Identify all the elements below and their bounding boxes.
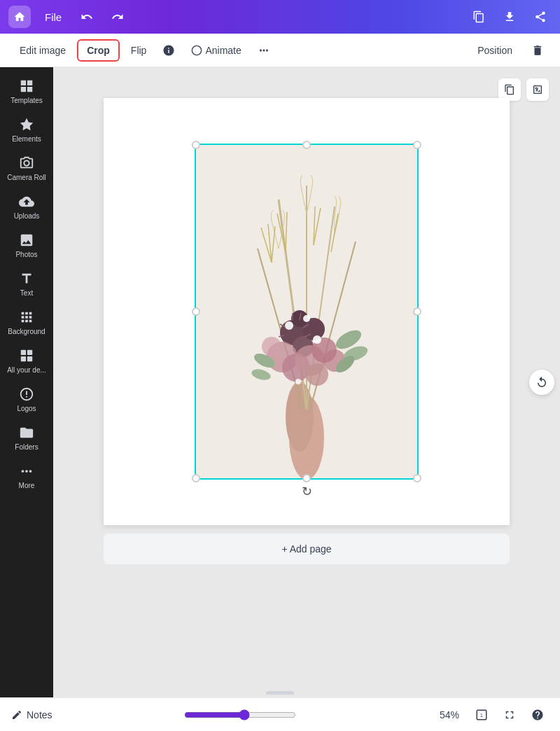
help-button[interactable] xyxy=(526,704,549,726)
sidebar-item-templates[interactable]: Templates xyxy=(3,73,50,110)
file-menu-button[interactable]: File xyxy=(39,8,67,26)
svg-rect-1 xyxy=(21,350,26,355)
notes-button[interactable]: Notes xyxy=(11,709,52,720)
svg-rect-3 xyxy=(21,356,26,361)
zoom-slider-area xyxy=(52,709,428,720)
more-options-button[interactable] xyxy=(253,39,275,62)
bottom-right-controls: 1 xyxy=(470,704,549,726)
sidebar-item-background[interactable]: Background xyxy=(3,304,50,341)
edit-image-button[interactable]: Edit image xyxy=(11,41,74,60)
drag-handle[interactable] xyxy=(266,691,294,695)
sidebar-item-uploads[interactable]: Uploads xyxy=(3,188,50,225)
sidebar-item-photos[interactable]: Photos xyxy=(3,227,50,264)
svg-rect-4 xyxy=(27,356,32,361)
sidebar-item-more[interactable]: More xyxy=(3,458,50,495)
crop-overlay[interactable]: ↻ xyxy=(195,144,419,480)
sidebar: Templates Elements Camera Roll Uploads P… xyxy=(0,67,53,697)
canvas-area: ↻ + Add page xyxy=(53,67,560,697)
bottom-bar: Notes 54% 1 xyxy=(0,697,560,731)
add-page-button[interactable]: + Add page xyxy=(104,534,510,564)
info-button[interactable] xyxy=(158,39,180,62)
svg-text:1: 1 xyxy=(480,713,483,718)
sidebar-item-logos[interactable]: Logos xyxy=(3,381,50,418)
download-button[interactable] xyxy=(498,6,521,28)
main-area: Templates Elements Camera Roll Uploads P… xyxy=(0,67,560,697)
crop-image xyxy=(195,144,419,480)
rotate-icon[interactable]: ↻ xyxy=(302,484,312,499)
svg-point-36 xyxy=(262,337,281,356)
svg-point-40 xyxy=(313,335,321,344)
animate-button[interactable]: Animate xyxy=(183,41,249,60)
redo-button[interactable] xyxy=(106,6,129,28)
zoom-percentage: 54% xyxy=(440,709,459,720)
undo-button[interactable] xyxy=(76,6,98,28)
top-bar: File xyxy=(0,0,560,34)
sidebar-item-text[interactable]: Text xyxy=(3,265,50,302)
canvas-expand-button[interactable] xyxy=(526,78,549,101)
share-button[interactable] xyxy=(529,6,552,28)
rotate-right-button[interactable] xyxy=(529,370,554,395)
toolbar: Edit image Crop Flip Animate Position xyxy=(0,34,560,67)
duplicate-button[interactable] xyxy=(468,6,490,28)
page-view-button[interactable]: 1 xyxy=(470,704,493,726)
svg-point-39 xyxy=(303,315,310,322)
position-button[interactable]: Position xyxy=(469,41,521,60)
sidebar-item-all-designs[interactable]: All your de... xyxy=(3,342,50,380)
sidebar-item-elements[interactable]: Elements xyxy=(3,111,50,148)
delete-button[interactable] xyxy=(526,39,549,62)
svg-point-38 xyxy=(285,321,293,330)
zoom-slider[interactable] xyxy=(184,709,296,720)
home-button[interactable] xyxy=(8,6,31,28)
svg-point-41 xyxy=(295,379,301,384)
svg-rect-2 xyxy=(27,350,32,355)
canvas-page: ↻ xyxy=(104,98,510,525)
svg-point-0 xyxy=(192,46,202,55)
crop-button[interactable]: Crop xyxy=(77,39,120,62)
fullscreen-button[interactable] xyxy=(498,704,521,726)
sidebar-item-folders[interactable]: Folders xyxy=(3,419,50,457)
flip-button[interactable]: Flip xyxy=(122,41,155,60)
svg-point-35 xyxy=(306,363,328,386)
sidebar-item-camera-roll[interactable]: Camera Roll xyxy=(3,150,50,187)
